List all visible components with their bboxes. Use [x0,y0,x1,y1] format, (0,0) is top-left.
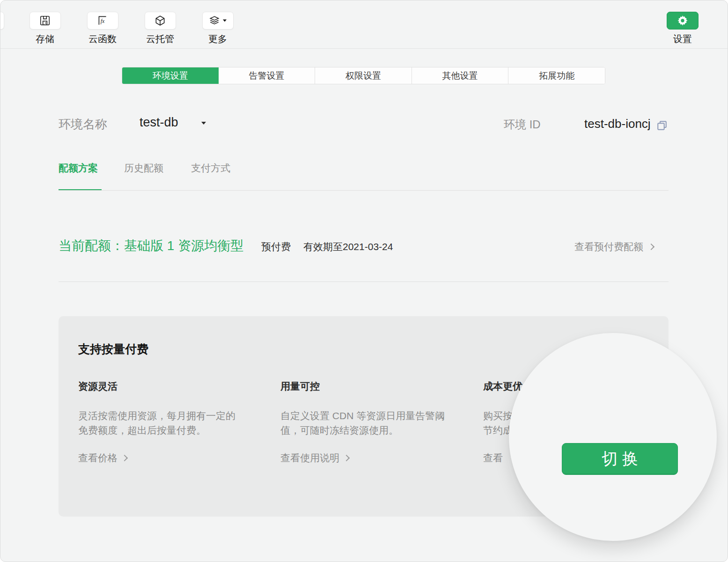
copy-icon[interactable] [655,119,669,132]
feature-title: 用量可控 [280,380,454,393]
svg-text:fx: fx [101,18,105,24]
toolbar-item-storage[interactable]: 存储 [17,12,73,45]
settings-tab-bar: 环境设置 告警设置 权限设置 其他设置 拓展功能 [122,67,605,84]
toolbar-label-storage: 存储 [17,33,73,45]
view-label: 查看 [483,451,503,465]
console-window: 存储 fx 云函数 [0,0,728,562]
feature-flexible-resources: 资源灵活 灵活按需使用资源，每月拥有一定的免费额度，超出后按量付费。 查看价格 [78,380,251,465]
floppy-disk-icon [39,15,51,27]
env-name-dropdown[interactable]: test-db [140,115,178,130]
cube-icon-button[interactable] [145,12,176,30]
tab-other-settings[interactable]: 其他设置 [412,67,509,84]
toolbar-item-more[interactable]: 更多 [190,12,246,45]
function-fx-icon: fx [96,15,109,27]
divider [59,281,669,282]
feature-title: 资源灵活 [78,380,251,393]
subtab-quota-history[interactable]: 历史配额 [124,162,163,175]
subtab-quota-plan[interactable]: 配额方案 [59,162,98,175]
toolbar-item-cloud-hosting[interactable]: 云托管 [132,12,188,45]
billing-mode-text: 预付费 [261,240,291,253]
toolbar-item-settings[interactable]: 设置 [652,12,713,45]
chevron-down-icon [223,20,227,22]
toolbar-label-cloud-hosting: 云托管 [132,33,188,45]
view-prepaid-quota-link[interactable]: 查看预付费配额 [574,240,654,253]
validity-text: 有效期至2021-03-24 [303,240,393,253]
feature-desc: 灵活按需使用资源，每月拥有一定的免费额度，超出后按量付费。 [78,408,243,437]
card-title: 支持按量付费 [78,341,148,357]
switch-button[interactable]: 切换 [562,443,678,475]
top-toolbar: 存储 fx 云函数 [0,0,728,49]
chevron-right-icon [121,455,128,461]
gear-icon [677,15,689,27]
chevron-down-icon[interactable] [201,122,206,125]
env-name-label: 环境名称 [59,116,107,133]
tab-permission-settings[interactable]: 权限设置 [315,67,412,84]
toolbar-label-more: 更多 [190,33,246,45]
toolbar-label-cloud-function: 云函数 [74,33,131,45]
divider [59,190,669,191]
view-pricing-label: 查看价格 [78,451,118,465]
chevron-right-icon [343,455,350,461]
env-id-value: test-db-ioncj [584,117,651,131]
feature-usage-control: 用量可控 自定义设置 CDN 等资源日用量告警阈值，可随时冻结资源使用。 查看使… [280,380,454,465]
storage-button[interactable] [29,12,61,30]
layers-icon [208,15,221,27]
more-button[interactable] [202,12,234,30]
chevron-right-icon [648,244,654,250]
cloud-function-button[interactable]: fx [87,12,118,30]
tab-environment-settings[interactable]: 环境设置 [122,67,219,84]
settings-button[interactable] [667,12,699,30]
tab-alert-settings[interactable]: 告警设置 [219,67,316,84]
current-quota-text: 当前配额：基础版 1 资源均衡型 [59,237,243,255]
view-usage-guide-label: 查看使用说明 [280,451,339,465]
view-usage-guide-link[interactable]: 查看使用说明 [280,451,454,465]
toolbar-item-cloud-function[interactable]: fx 云函数 [74,12,131,45]
cube-icon [154,15,166,27]
view-pricing-link[interactable]: 查看价格 [78,451,251,465]
subtab-payment-method[interactable]: 支付方式 [191,162,230,175]
magnifier-loupe: 切换 [509,333,717,541]
feature-desc: 自定义设置 CDN 等资源日用量告警阈值，可随时冻结资源使用。 [280,408,445,437]
tab-extension-features[interactable]: 拓展功能 [508,67,605,84]
toolbar-partial-button[interactable] [0,12,4,30]
view-prepaid-quota-label: 查看预付费配额 [574,240,643,253]
toolbar-label-settings: 设置 [652,33,713,45]
env-id-label: 环境 ID [504,117,541,132]
